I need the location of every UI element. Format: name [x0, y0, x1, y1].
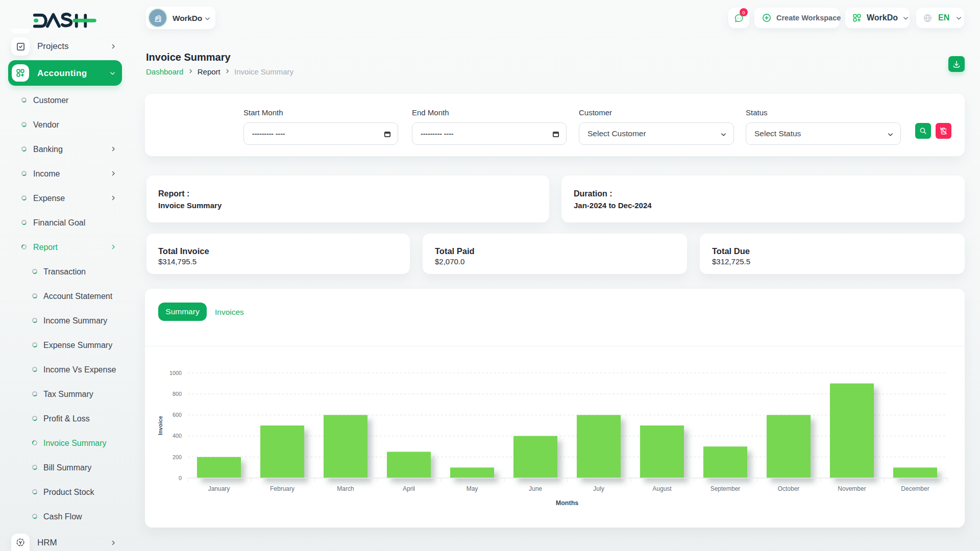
svg-text:800: 800: [173, 391, 182, 397]
svg-text:1000: 1000: [169, 370, 182, 376]
svg-text:400: 400: [173, 433, 182, 439]
svg-text:August: August: [652, 485, 672, 492]
svg-text:November: November: [838, 485, 866, 492]
svg-text:April: April: [403, 485, 415, 492]
svg-text:January: January: [208, 485, 230, 492]
svg-text:600: 600: [173, 412, 182, 418]
svg-text:October: October: [778, 485, 800, 492]
svg-text:Months: Months: [556, 499, 578, 507]
svg-text:0: 0: [179, 475, 182, 481]
svg-text:December: December: [901, 485, 929, 492]
svg-text:September: September: [710, 485, 741, 492]
svg-text:May: May: [467, 485, 478, 492]
svg-text:March: March: [337, 485, 354, 492]
svg-text:July: July: [593, 485, 604, 492]
svg-text:February: February: [270, 485, 295, 492]
svg-text:June: June: [529, 485, 542, 492]
svg-text:200: 200: [173, 454, 182, 460]
svg-text:Invoice: Invoice: [157, 416, 163, 435]
